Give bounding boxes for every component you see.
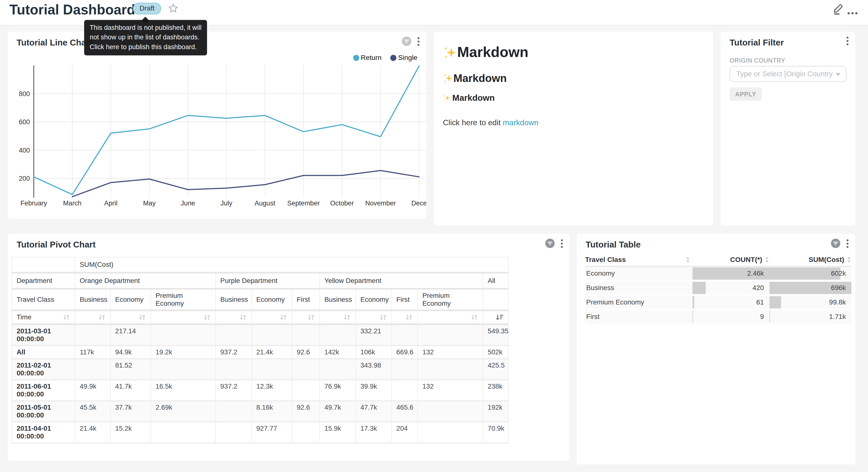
pivot-class-row: Travel ClassBusinessEconomyPremium Econo… (12, 289, 508, 311)
sum-bar (770, 268, 840, 280)
pivot-value-cell: 15.2k (111, 422, 151, 443)
pivot-data-row: All117k94.9k19.2k937.221.4k92.6142k106k6… (12, 346, 508, 359)
pivot-sort-cell[interactable] (75, 311, 111, 324)
tooltip-line: This dashboard is not published, it will (90, 23, 202, 33)
svg-text:400: 400 (19, 147, 30, 154)
sparkles-icon (443, 73, 453, 84)
draft-badge[interactable]: Draft (133, 3, 161, 14)
filter-kebab-menu-icon[interactable] (846, 36, 849, 48)
tooltip-line: Click here to publish this dashboard. (90, 42, 202, 52)
pivot-group-header[interactable]: Purple Department (216, 273, 320, 289)
edit-pencil-icon[interactable] (832, 2, 844, 16)
svg-text:800: 800 (19, 90, 30, 97)
chart-kebab-menu-icon[interactable] (417, 37, 420, 48)
pivot-sort-cell[interactable] (292, 311, 319, 324)
pivot-value-cell (417, 324, 483, 346)
pivot-group-header[interactable]: Orange Department (75, 273, 216, 289)
chart-filter-icon[interactable] (831, 239, 840, 250)
travel-class-cell: First (585, 310, 692, 323)
pivot-value-cell: 19.2k (151, 346, 216, 359)
pivot-class-header[interactable]: Economy (252, 289, 292, 311)
pivot-class-header[interactable]: First (292, 289, 319, 311)
column-header-travel-class[interactable]: Travel Class (585, 254, 692, 266)
pivot-value-cell (151, 359, 216, 380)
markdown-edit-link[interactable]: markdown (503, 118, 538, 127)
pivot-sort-cell[interactable] (111, 311, 151, 324)
pivot-value-cell: 132 (417, 346, 483, 359)
pivot-table-container: SUM(Cost)DepartmentOrange DepartmentPurp… (12, 257, 509, 444)
pivot-time-label[interactable]: Time (12, 311, 75, 324)
chevron-down-icon (836, 73, 840, 76)
pivot-sort-cell[interactable] (252, 311, 292, 324)
markdown-h3: Markdown (443, 93, 704, 103)
table-row: Economy 2.46k 602k (585, 267, 851, 280)
pivot-data-row: 2011-03-01 00:00:00217.14332.21549.35 (12, 324, 508, 346)
favorite-star-icon[interactable] (168, 3, 178, 13)
chart-kebab-menu-icon[interactable] (561, 239, 563, 250)
pivot-sort-cell[interactable] (151, 311, 216, 324)
markdown-paragraph-text: Click here to edit (443, 118, 503, 127)
column-header-sum-cost[interactable]: SUM(Cost) (770, 254, 851, 266)
pivot-time-row: Time (12, 311, 508, 324)
apply-button[interactable]: APPLY (730, 88, 762, 101)
pivot-class-header[interactable]: Premium Economy (151, 289, 216, 311)
chart-filter-icon[interactable] (402, 36, 411, 48)
pivot-sort-cell[interactable] (319, 311, 355, 324)
pivot-class-header (483, 289, 508, 311)
pivot-class-header[interactable]: Premium Economy (417, 289, 483, 311)
pivot-value-cell (319, 324, 355, 346)
chart-kebab-menu-icon[interactable] (846, 239, 849, 250)
pivot-value-cell: 343.98 (356, 359, 392, 380)
pivot-class-header[interactable]: Economy (356, 289, 392, 311)
svg-text:August: August (254, 199, 275, 207)
pivot-value-cell (417, 422, 483, 443)
pivot-all-header[interactable]: All (483, 273, 508, 289)
pivot-class-header[interactable]: Business (75, 289, 111, 311)
ellipsis-menu-icon[interactable] (847, 7, 858, 10)
pivot-value-cell: 937.2 (216, 380, 252, 401)
single-series-dot (391, 55, 397, 61)
pivot-class-header[interactable]: Business (216, 289, 252, 311)
pivot-value-cell (292, 359, 319, 380)
sum-cell: 1.71k (770, 310, 851, 323)
pivot-value-cell: 17.3k (356, 422, 392, 443)
pivot-value-cell (75, 324, 111, 346)
pivot-class-header[interactable]: First (392, 289, 417, 311)
pivot-group-header[interactable]: Yellow Department (319, 273, 483, 289)
draft-tooltip: This dashboard is not published, it will… (84, 20, 207, 56)
pivot-value-cell: 132 (417, 380, 483, 401)
pivot-sort-cell[interactable] (483, 311, 508, 324)
pivot-data-row: 2011-02-01 00:00:0081.52343.98425.5 (12, 359, 508, 380)
pivot-value-cell: 142k (319, 346, 355, 359)
pivot-value-cell: 204 (392, 422, 417, 443)
pivot-sort-cell[interactable] (392, 311, 417, 324)
sum-bar (770, 296, 781, 308)
pivot-sort-cell[interactable] (417, 311, 483, 324)
pivot-sort-cell[interactable] (216, 311, 252, 324)
pivot-sort-cell[interactable] (356, 311, 392, 324)
line-chart-panel: Tutorial Line Chart Return Single 200400… (8, 32, 427, 218)
sum-cell: 602k (770, 267, 851, 280)
chart-filter-icon[interactable] (545, 239, 555, 250)
line-chart-title: Tutorial Line Chart (17, 38, 92, 48)
origin-country-select[interactable]: Type or Select [Origin Country] (730, 66, 846, 82)
legend-item-single[interactable]: Single (391, 54, 417, 62)
table-header-row: Travel ClassCOUNT(*)SUM(Cost) (585, 254, 851, 267)
pivot-value-cell: 49.7k (319, 401, 355, 422)
sparkles-icon (443, 45, 457, 60)
pivot-class-header[interactable]: Business (319, 289, 355, 311)
select-placeholder: Type or Select [Origin Country] (736, 70, 833, 78)
pivot-class-header[interactable]: Economy (111, 289, 151, 311)
pivot-value-cell: 41.7k (111, 380, 151, 401)
pivot-value-cell: 106k (356, 346, 392, 359)
column-header-count[interactable]: COUNT(*) (692, 254, 770, 266)
pivot-value-cell: 192k (483, 401, 508, 422)
legend-item-return[interactable]: Return (353, 54, 382, 62)
pivot-row-label: 2011-03-01 00:00:00 (12, 324, 75, 346)
pivot-value-cell: 117k (75, 346, 111, 359)
travel-class-cell: Premium Economy (585, 296, 692, 309)
pivot-value-cell (417, 359, 483, 380)
pivot-value-cell (151, 324, 216, 346)
pivot-value-cell: 425.5 (483, 359, 508, 380)
line-chart-svg[interactable]: 200400600800FebruaryMarchAprilMayJuneJul… (8, 64, 427, 214)
